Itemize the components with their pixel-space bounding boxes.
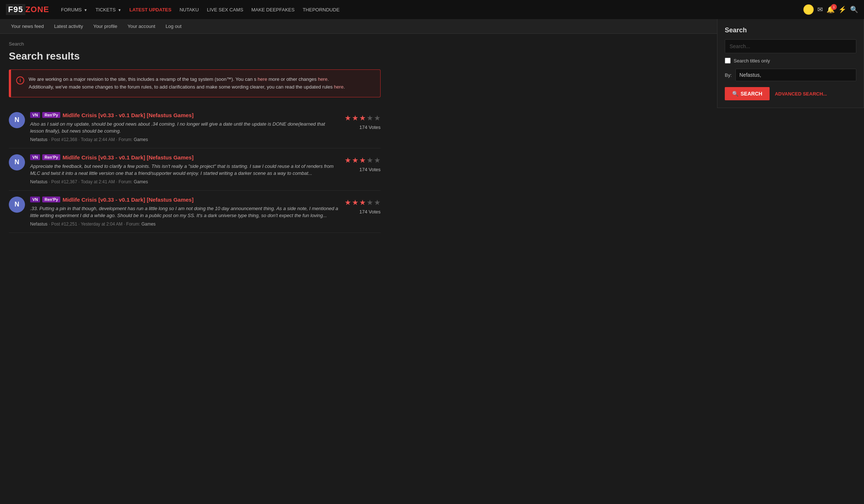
sunflower-icon[interactable] <box>803 4 814 15</box>
tag-vn: VN <box>30 197 40 202</box>
result-body: VN Ren'Py Midlife Crisis [v0.33 - v0.1 D… <box>30 197 339 227</box>
result-timestamp: Today at 2:41 AM <box>81 179 115 184</box>
result-author[interactable]: Nefastus <box>30 179 47 184</box>
result-forum-label: Forum: <box>119 179 133 184</box>
stars: ★ ★ ★ ★ ★ <box>345 114 381 122</box>
lightning-icon[interactable]: ⚡ <box>838 6 846 14</box>
search-by-label: By: <box>725 72 732 78</box>
nav-forums[interactable]: FORUMS ▼ <box>58 5 90 15</box>
result-post-num: Post #12,367 <box>51 179 77 184</box>
notification-badge: 1 <box>831 4 837 10</box>
star-1: ★ <box>345 156 351 165</box>
avatar: N <box>9 112 25 128</box>
star-2: ★ <box>352 198 359 207</box>
subnav-news-feed[interactable]: Your news feed <box>6 24 49 29</box>
star-5: ★ <box>374 198 381 207</box>
tag-vn: VN <box>30 112 40 118</box>
result-excerpt: Appreciate the feedback, but need to cla… <box>30 163 339 177</box>
result-forum-link[interactable]: Games <box>134 179 148 184</box>
votes-count: 174 Votes <box>359 209 381 215</box>
result-post-num: Post #12,251 <box>51 222 77 227</box>
result-meta: Nefastus · Post #12,367 · Today at 2:41 … <box>30 179 339 184</box>
result-post-num: Post #12,368 <box>51 137 77 142</box>
logo-f95: F95 <box>6 4 25 15</box>
subnav-your-profile[interactable]: Your profile <box>88 24 122 29</box>
result-tags: VN Ren'Py Midlife Crisis [v0.33 - v0.1 D… <box>30 112 339 118</box>
page-title: Search results <box>9 50 381 62</box>
alert-link-3[interactable]: here <box>334 84 343 90</box>
search-titles-checkbox[interactable] <box>725 58 731 64</box>
top-navigation: F95ZONE FORUMS ▼ TICKETS ▼ LATEST UPDATE… <box>0 0 864 19</box>
nav-icons: ✉ 🔔 1 ⚡ 🔍 <box>803 4 858 15</box>
alert-box: i We are working on a major revision to … <box>9 69 381 97</box>
star-3: ★ <box>359 156 366 165</box>
stars: ★ ★ ★ ★ ★ <box>345 198 381 207</box>
search-dropdown-title: Search <box>725 26 856 34</box>
nav-make-deepfakes[interactable]: MAKE DEEPFAKES <box>248 5 298 15</box>
result-forum-link[interactable]: Games <box>141 222 156 227</box>
search-by-input[interactable] <box>735 69 856 81</box>
result-item: N VN Ren'Py Midlife Crisis [v0.33 - v0.1… <box>9 191 381 233</box>
site-logo[interactable]: F95ZONE <box>6 4 49 15</box>
nav-tickets[interactable]: TICKETS ▼ <box>93 5 124 15</box>
search-icon[interactable]: 🔍 <box>850 6 858 14</box>
result-title[interactable]: Midlife Crisis [v0.33 - v0.1 Dark] [Nefa… <box>62 154 194 161</box>
result-meta: Nefastus · Post #12,251 · Yesterday at 2… <box>30 222 339 227</box>
alert-link-1[interactable]: here <box>258 76 267 82</box>
search-button-icon: 🔍 <box>732 91 738 97</box>
result-forum-link[interactable]: Games <box>134 137 148 142</box>
result-item: N VN Ren'Py Midlife Crisis [v0.33 - v0.1… <box>9 106 381 148</box>
nav-live-sex-cams[interactable]: LIVE SEX CAMS <box>204 5 246 15</box>
result-forum-label: Forum: <box>119 137 133 142</box>
star-5: ★ <box>374 114 381 122</box>
votes-count: 174 Votes <box>359 167 381 172</box>
result-body: VN Ren'Py Midlife Crisis [v0.33 - v0.1 D… <box>30 154 339 184</box>
mail-icon[interactable]: ✉ <box>817 6 823 14</box>
star-4: ★ <box>367 156 373 165</box>
result-rating: ★ ★ ★ ★ ★ 174 Votes <box>345 197 381 215</box>
logo-zone: ZONE <box>25 5 49 14</box>
votes-count: 174 Votes <box>359 125 381 130</box>
search-button[interactable]: 🔍 SEARCH <box>725 87 770 100</box>
result-forum-label: Forum: <box>126 222 140 227</box>
alert-icon: i <box>16 76 24 84</box>
result-title[interactable]: Midlife Crisis [v0.33 - v0.1 Dark] [Nefa… <box>62 112 194 118</box>
star-3: ★ <box>359 198 366 207</box>
alert-link-2[interactable]: here <box>318 76 327 82</box>
breadcrumb: Search <box>9 41 381 47</box>
result-rating: ★ ★ ★ ★ ★ 174 Votes <box>345 112 381 130</box>
result-timestamp: Yesterday at 2:04 AM <box>81 222 123 227</box>
search-titles-row: Search titles only <box>725 58 856 64</box>
tag-renpy: Ren'Py <box>42 197 60 202</box>
star-3: ★ <box>359 114 366 122</box>
search-input[interactable] <box>725 39 856 53</box>
result-body: VN Ren'Py Midlife Crisis [v0.33 - v0.1 D… <box>30 112 339 142</box>
search-by-row: By: <box>725 69 856 81</box>
result-title[interactable]: Midlife Crisis [v0.33 - v0.1 Dark] [Nefa… <box>62 197 194 203</box>
star-2: ★ <box>352 156 359 165</box>
star-5: ★ <box>374 156 381 165</box>
result-excerpt: .33. Putting a pin in that though, devel… <box>30 205 339 219</box>
subnav-latest-activity[interactable]: Latest activity <box>49 24 88 29</box>
notification-bell-icon[interactable]: 🔔 1 <box>827 6 835 14</box>
subnav-log-out[interactable]: Log out <box>161 24 187 29</box>
result-author[interactable]: Nefastus <box>30 222 47 227</box>
search-dropdown: Search Search titles only By: 🔍 SEARCH A… <box>717 19 864 108</box>
star-4: ★ <box>367 198 373 207</box>
nav-theporndude[interactable]: THEPORNDUDE <box>300 5 342 15</box>
nav-nutaku[interactable]: NUTAKU <box>177 5 202 15</box>
alert-text: We are working on a major revision to th… <box>29 76 374 91</box>
subnav-your-account[interactable]: Your account <box>122 24 160 29</box>
result-author[interactable]: Nefastus <box>30 137 47 142</box>
result-tags: VN Ren'Py Midlife Crisis [v0.33 - v0.1 D… <box>30 197 339 203</box>
nav-latest-updates[interactable]: LATEST UPDATES <box>126 5 174 15</box>
advanced-search-link[interactable]: ADVANCED SEARCH... <box>775 91 827 97</box>
avatar: N <box>9 197 25 213</box>
nav-links: FORUMS ▼ TICKETS ▼ LATEST UPDATES NUTAKU… <box>58 5 803 15</box>
tag-renpy: Ren'Py <box>42 112 60 118</box>
star-1: ★ <box>345 198 351 207</box>
star-1: ★ <box>345 114 351 122</box>
star-2: ★ <box>352 114 359 122</box>
search-titles-label: Search titles only <box>734 58 770 64</box>
result-meta: Nefastus · Post #12,368 · Today at 2:44 … <box>30 137 339 142</box>
